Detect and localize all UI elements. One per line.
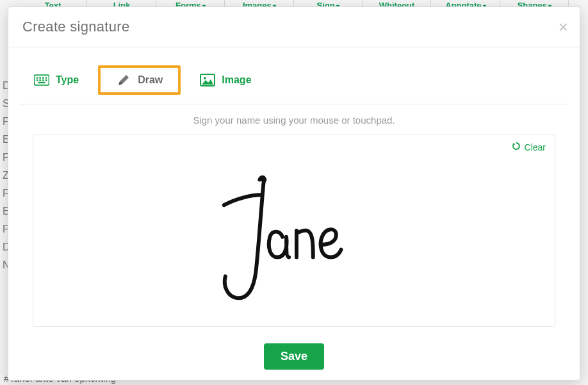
svg-rect-9 — [38, 82, 45, 83]
svg-point-11 — [204, 77, 206, 79]
modal-body: Type Draw Image Sign your name using you… — [8, 47, 580, 380]
image-icon — [200, 74, 215, 86]
create-signature-modal: Create signature × Type Draw Image — [8, 6, 580, 381]
modal-header: Create signature × — [8, 7, 580, 47]
tab-type[interactable]: Type — [26, 69, 86, 91]
svg-rect-4 — [45, 77, 47, 78]
tab-image[interactable]: Image — [192, 69, 259, 91]
svg-rect-6 — [39, 79, 41, 81]
svg-rect-8 — [45, 79, 47, 81]
signature-tabs: Type Draw Image — [20, 65, 568, 104]
modal-footer: Save — [20, 327, 568, 380]
svg-rect-2 — [39, 77, 41, 78]
tab-draw-label: Draw — [138, 74, 163, 86]
signature-stroke — [33, 135, 555, 326]
close-icon[interactable]: × — [559, 19, 568, 35]
modal-title: Create signature — [22, 19, 129, 35]
signature-canvas[interactable]: Clear — [33, 135, 555, 327]
instruction-text: Sign your name using your mouse or touch… — [20, 115, 568, 126]
tab-type-label: Type — [56, 74, 79, 86]
svg-rect-5 — [37, 79, 38, 81]
tab-draw[interactable]: Draw — [98, 65, 181, 95]
save-button[interactable]: Save — [264, 343, 324, 370]
tab-image-label: Image — [222, 74, 251, 86]
pencil-icon — [116, 74, 131, 86]
svg-rect-1 — [37, 77, 38, 78]
svg-rect-3 — [42, 77, 44, 78]
svg-rect-7 — [42, 79, 44, 81]
keyboard-icon — [34, 74, 49, 86]
